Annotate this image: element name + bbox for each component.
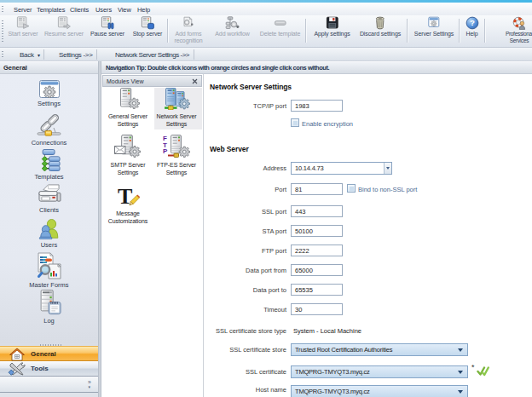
svg-text:P: P (163, 147, 168, 155)
svg-text:?: ? (470, 19, 475, 27)
